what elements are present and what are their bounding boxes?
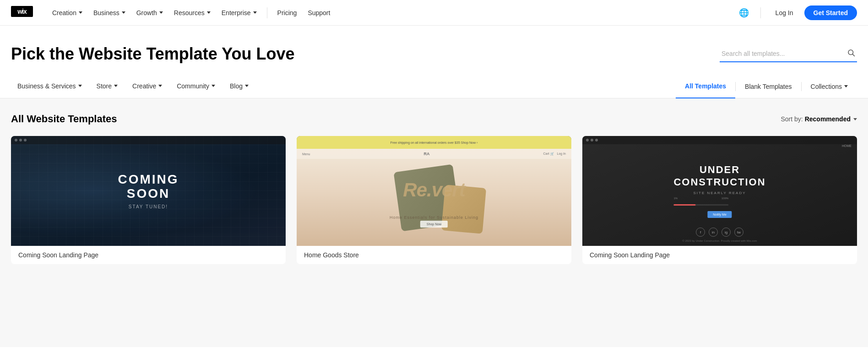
search-bar <box>720 46 857 62</box>
template-thumbnail: Free shipping on all international order… <box>297 136 571 246</box>
search-icon[interactable] <box>847 49 855 59</box>
cat-community[interactable]: Community <box>170 75 222 98</box>
chevron-down-icon <box>853 118 857 120</box>
page-title: Pick the Website Template You Love <box>11 44 295 64</box>
facebook-icon: f <box>696 228 705 237</box>
chevron-down-icon <box>245 85 249 87</box>
section-title: All Website Templates <box>11 113 117 125</box>
svg-line-3 <box>852 54 854 56</box>
template-preview-text: COMINGSOON STAY TUNED! <box>118 173 179 210</box>
svg-text:wix: wix <box>17 8 27 15</box>
uc-social-icons: f in ig tw <box>696 228 743 237</box>
chevron-down-icon <box>207 11 211 14</box>
get-started-button[interactable]: Get Started <box>804 5 857 20</box>
store-tagline: Home Essentials for Sustainable Living <box>390 215 478 220</box>
store-nav: Menu RA Cart 🛒 Log In <box>297 149 571 159</box>
top-navigation: wix Creation Business Growth Resources E… <box>0 0 868 26</box>
chevron-down-icon <box>114 85 118 87</box>
hero-section: Pick the Website Template You Love <box>0 26 868 75</box>
language-selector[interactable]: 🌐 <box>737 5 751 20</box>
template-grid: COMINGSOON STAY TUNED! Coming Soon Landi… <box>11 136 857 264</box>
shop-now-button[interactable]: Shop Now <box>420 221 448 228</box>
main-content: All Website Templates Sort by: Recommend… <box>0 98 868 347</box>
cat-blog[interactable]: Blog <box>223 75 255 98</box>
sort-by-dropdown[interactable]: Sort by: Recommended <box>781 115 857 123</box>
cat-collections[interactable]: Collections <box>802 75 857 98</box>
nav-divider-right <box>760 7 761 18</box>
chevron-down-icon <box>212 85 215 87</box>
linkedin-icon: in <box>709 228 718 237</box>
store-brand-name: Re.vert <box>403 179 465 201</box>
template-card[interactable]: HOME UNDERCONSTRUCTION SITE NEARLY READY… <box>582 136 857 264</box>
nav-links: Creation Business Growth Resources Enter… <box>48 6 737 19</box>
uc-content: UNDERCONSTRUCTION SITE NEARLY READY 1%10… <box>673 164 765 218</box>
sort-by-value: Recommended <box>805 115 851 123</box>
nav-business[interactable]: Business <box>89 6 130 19</box>
notify-button: Notify Me <box>707 211 732 218</box>
chevron-down-icon <box>844 85 848 87</box>
nav-support[interactable]: Support <box>303 6 335 19</box>
chevron-down-icon <box>159 11 163 14</box>
chevron-down-icon <box>253 11 257 14</box>
nav-enterprise[interactable]: Enterprise <box>217 6 261 19</box>
chevron-down-icon <box>158 85 162 87</box>
nav-right-actions: 🌐 Log In Get Started <box>737 5 857 20</box>
section-header: All Website Templates Sort by: Recommend… <box>11 113 857 125</box>
category-navigation: Business & Services Store Creative Commu… <box>0 75 868 98</box>
cat-store[interactable]: Store <box>90 75 124 98</box>
nav-pricing[interactable]: Pricing <box>273 6 302 19</box>
cat-business-services[interactable]: Business & Services <box>11 75 88 98</box>
uc-nav: HOME <box>842 144 852 147</box>
cat-all-templates[interactable]: All Templates <box>676 75 735 98</box>
template-title: Coming Soon Landing Page <box>11 246 286 264</box>
template-title: Home Goods Store <box>297 246 571 264</box>
category-left-items: Business & Services Store Creative Commu… <box>11 75 676 98</box>
nav-growth[interactable]: Growth <box>132 6 168 19</box>
chevron-down-icon <box>122 11 125 14</box>
template-thumbnail: COMINGSOON STAY TUNED! <box>11 136 286 246</box>
twitter-icon: tw <box>734 228 743 237</box>
template-card[interactable]: COMINGSOON STAY TUNED! Coming Soon Landi… <box>11 136 286 264</box>
category-right-items: All Templates Blank Templates Collection… <box>676 75 857 98</box>
sort-by-label: Sort by: <box>781 115 803 123</box>
template-card[interactable]: Free shipping on all international order… <box>297 136 571 264</box>
template-thumbnail: HOME UNDERCONSTRUCTION SITE NEARLY READY… <box>582 136 857 246</box>
login-button[interactable]: Log In <box>770 6 799 19</box>
cat-creative[interactable]: Creative <box>126 75 168 98</box>
instagram-icon: ig <box>722 228 731 237</box>
wix-logo[interactable]: wix <box>11 5 33 20</box>
search-input[interactable] <box>722 50 843 57</box>
chevron-down-icon <box>78 85 82 87</box>
nav-creation[interactable]: Creation <box>48 6 87 19</box>
template-title: Coming Soon Landing Page <box>582 246 857 264</box>
nav-divider <box>267 7 267 18</box>
store-topbar: Free shipping on all international order… <box>297 136 571 149</box>
nav-resources[interactable]: Resources <box>169 6 215 19</box>
uc-footer-text: © 2023 by Under Construction. Proudly cr… <box>682 239 757 242</box>
chevron-down-icon <box>79 11 82 14</box>
cat-blank-templates[interactable]: Blank Templates <box>736 75 801 98</box>
